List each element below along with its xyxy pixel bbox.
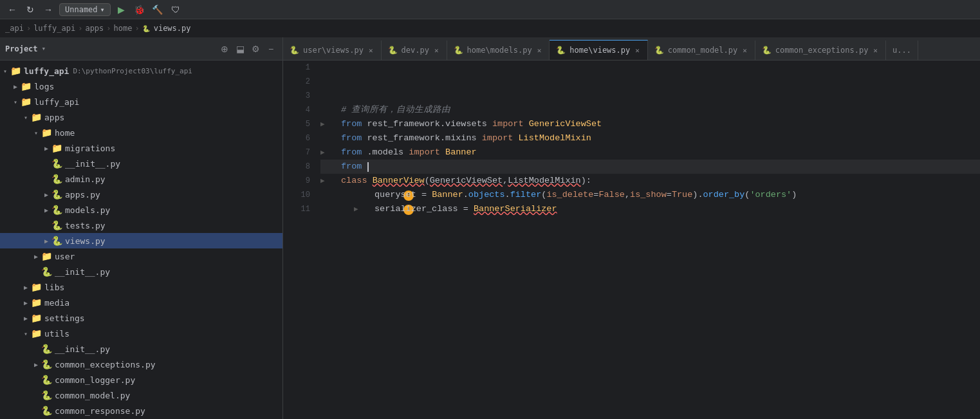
tree-apps-py[interactable]: ▶ 🐍 apps.py xyxy=(0,187,282,202)
punc-comma-9: , xyxy=(503,174,508,188)
code-line-8[interactable]: from xyxy=(320,160,980,174)
line-num-9: 9 xyxy=(293,174,310,188)
punc-open-9: ( xyxy=(425,174,430,188)
tab-label-user-views: user\views.py xyxy=(303,46,364,55)
tree-init-py-2[interactable]: 🐍 __init__.py xyxy=(0,264,282,279)
fold-arrow-9[interactable]: ▶ xyxy=(320,174,331,188)
root-label: luffy_api xyxy=(24,66,69,76)
tree-utils[interactable]: ▾ 📁 utils xyxy=(0,326,282,341)
main-area: Project ▾ ⊕ ⬓ ⚙ − ▾ 📁 luffy_api D:\pytho… xyxy=(0,37,980,419)
tab-home-models[interactable]: 🐍 home\models.py ✕ xyxy=(447,41,550,60)
tree-tests-py[interactable]: 🐍 tests.py xyxy=(0,218,282,233)
apps-label: apps xyxy=(44,113,64,122)
logs-arrow-icon: ▶ xyxy=(10,83,21,90)
views-py-icon: 🐍 xyxy=(51,236,62,246)
apps-py-arrow-icon: ▶ xyxy=(41,191,51,198)
init-py-label-3: __init__.py xyxy=(55,344,110,354)
tree-migrations[interactable]: ▶ 📁 migrations xyxy=(0,140,282,156)
line-num-8: 8 xyxy=(293,160,310,174)
tree-media[interactable]: ▶ 📁 media xyxy=(0,295,282,310)
tree-root[interactable]: ▾ 📁 luffy_api D:\pythonProject03\luffy_a… xyxy=(0,63,282,79)
tree-logs[interactable]: ▶ 📁 logs xyxy=(0,79,282,94)
tab-user-views[interactable]: 🐍 user\views.py ✕ xyxy=(283,41,382,60)
tree-apps[interactable]: ▾ 📁 apps xyxy=(0,109,282,125)
run-button[interactable]: ▶ xyxy=(115,3,129,17)
build-button[interactable]: 🔨 xyxy=(151,3,165,17)
tree-common-response[interactable]: 🐍 common_response.py xyxy=(0,403,282,418)
tree-common-exceptions[interactable]: ▶ 🐍 common_exceptions.py xyxy=(0,357,282,372)
tab-close-home-models[interactable]: ✕ xyxy=(536,46,543,55)
kw-from-5: from xyxy=(341,117,362,131)
run-config-dropdown[interactable]: Unnamed ▾ xyxy=(59,3,111,16)
refresh-button[interactable]: ↻ xyxy=(23,3,37,17)
line-numbers: 1 2 3 4 5 6 7 8 9 10 11 xyxy=(283,61,315,419)
tab-close-home-views[interactable]: ✕ xyxy=(634,46,641,55)
module-7: .models xyxy=(367,145,404,160)
breakpoint-11[interactable]: ! xyxy=(341,188,354,230)
tree-admin-py[interactable]: 🐍 admin.py xyxy=(0,171,282,187)
code-editor[interactable]: 1 2 3 4 5 6 7 8 9 10 11 xyxy=(283,61,980,419)
line-num-3: 3 xyxy=(293,89,310,103)
models-py-label: models.py xyxy=(65,205,110,215)
user-arrow-icon: ▶ xyxy=(31,253,41,260)
fold-arrow-7[interactable]: ▶ xyxy=(320,145,331,160)
common-response-icon: 🐍 xyxy=(41,405,52,416)
close-sidebar-button[interactable]: − xyxy=(264,42,277,55)
tree-settings[interactable]: ▶ 📁 settings xyxy=(0,310,282,326)
line-num-2: 2 xyxy=(293,75,310,89)
tab-common-model[interactable]: 🐍 common_model.py ✕ xyxy=(648,41,755,60)
tab-more[interactable]: u... xyxy=(886,41,918,60)
tab-close-common-model[interactable]: ✕ xyxy=(741,46,748,55)
apps-arrow-icon: ▾ xyxy=(21,114,31,121)
tree-models-py[interactable]: ▶ 🐍 models.py xyxy=(0,202,282,218)
code-line-1 xyxy=(320,61,980,75)
fold-arrow-11[interactable]: ▶ xyxy=(354,202,364,216)
add-button[interactable]: ⊕ xyxy=(218,42,231,55)
tab-common-exceptions[interactable]: 🐍 common_exceptions.py ✕ xyxy=(755,41,886,60)
class-bannerview: BannerView xyxy=(373,174,425,188)
debug-button[interactable]: 🐞 xyxy=(133,3,147,17)
breadcrumb-luffy-api[interactable]: luffy_api xyxy=(33,24,75,33)
tree-init-py-1[interactable]: 🐍 __init__.py xyxy=(0,156,282,171)
code-line-5: ▶ from rest_framework.viewsets import Ge… xyxy=(320,117,980,131)
apps-folder-icon: 📁 xyxy=(31,112,42,122)
tab-dev[interactable]: 🐍 dev.py ✕ xyxy=(382,41,447,60)
collapse-all-button[interactable]: ⬓ xyxy=(234,42,246,55)
tree-luffy-api[interactable]: ▾ 📁 luffy_api xyxy=(0,94,282,109)
tree-views-py[interactable]: ▶ 🐍 views.py xyxy=(0,233,282,248)
tab-home-views[interactable]: 🐍 home\views.py ✕ xyxy=(550,40,648,60)
code-line-2 xyxy=(320,75,980,89)
func-filter: filter xyxy=(510,188,542,202)
module-6: rest_framework.mixins xyxy=(367,131,477,145)
apps-py-label: apps.py xyxy=(65,190,100,200)
tree-libs[interactable]: ▶ 📁 libs xyxy=(0,279,282,295)
migrations-arrow-icon: ▶ xyxy=(41,145,51,152)
tree-user[interactable]: ▶ 📁 user xyxy=(0,248,282,264)
breadcrumb-apps[interactable]: apps xyxy=(85,24,104,33)
param-serializer-class: serializer_class xyxy=(374,202,458,216)
breadcrumb-home[interactable]: home xyxy=(114,24,133,33)
module-5: rest_framework.viewsets xyxy=(367,117,487,131)
tab-close-user-views[interactable]: ✕ xyxy=(367,46,374,55)
tab-close-common-exceptions[interactable]: ✕ xyxy=(872,46,879,55)
back-button[interactable]: ← xyxy=(5,3,19,17)
tree-home[interactable]: ▾ 📁 home xyxy=(0,125,282,140)
kw-from-8: from xyxy=(341,160,362,174)
tree-common-logger[interactable]: 🐍 common_logger.py xyxy=(0,372,282,387)
common-response-label: common_response.py xyxy=(55,406,145,416)
forward-button[interactable]: → xyxy=(41,3,55,17)
fold-arrow-5[interactable]: ▶ xyxy=(320,117,331,131)
file-tree[interactable]: ▾ 📁 luffy_api D:\pythonProject03\luffy_a… xyxy=(0,61,282,419)
tab-icon-home-models: 🐍 xyxy=(454,46,463,55)
breadcrumb-views[interactable]: views.py xyxy=(154,24,191,33)
settings-label: settings xyxy=(44,313,85,323)
code-line-10: ! queryset = Banner . objects . filter (… xyxy=(320,188,980,202)
tab-close-dev[interactable]: ✕ xyxy=(433,46,440,55)
views-py-arrow-icon: ▶ xyxy=(41,237,51,245)
tree-common-model[interactable]: 🐍 common_model.py xyxy=(0,387,282,403)
coverage-button[interactable]: 🛡 xyxy=(169,3,183,17)
settings-button[interactable]: ⚙ xyxy=(249,42,262,55)
libs-folder-icon: 📁 xyxy=(31,282,42,292)
breadcrumb-api[interactable]: _api xyxy=(5,24,24,33)
tree-init-py-3[interactable]: 🐍 __init__.py xyxy=(0,341,282,357)
